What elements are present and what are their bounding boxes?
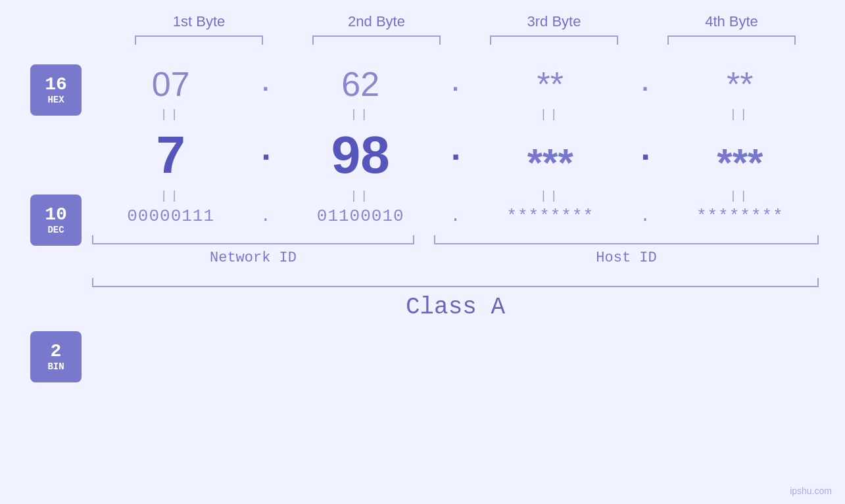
- lbl-spacer: [414, 250, 434, 266]
- dec-b4-value: ***: [717, 140, 763, 185]
- eq-row-2: || || || ||: [92, 189, 819, 202]
- network-id-label: Network ID: [92, 250, 414, 266]
- eq2-b3: ||: [478, 189, 623, 202]
- hex-value-row: 07 . 62 . ** . **: [92, 64, 819, 104]
- eq2-sp1: [256, 189, 276, 202]
- bracket-b1: [135, 35, 263, 45]
- hex-b4-value: **: [727, 64, 753, 104]
- hex-b1-value: 07: [152, 64, 190, 104]
- bin-b1-value: 00000111: [127, 206, 214, 226]
- hex-label-box: 16 HEX: [30, 64, 82, 116]
- bottom-brackets-row: [92, 235, 819, 244]
- byte1-header: 1st Byte: [127, 13, 272, 30]
- hex-b3-cell: **: [478, 64, 623, 104]
- hex-dot3: .: [635, 71, 655, 98]
- byte4-header: 4th Byte: [660, 13, 804, 30]
- dec-b3-value: ***: [527, 140, 573, 185]
- dec-dot3: ·: [635, 139, 655, 185]
- bracket-b4: [667, 35, 796, 45]
- hex-dot2: .: [445, 71, 465, 98]
- dec-value-row: 7 · 98 · *** · ***: [92, 125, 819, 185]
- eq1-b2: ||: [288, 108, 433, 121]
- bin-value-row: 00000111 . 01100010 . ******** . *******…: [92, 206, 819, 226]
- eq2-sp3: [635, 189, 655, 202]
- byte-headers: 1st Byte 2nd Byte 3rd Byte 4th Byte: [110, 13, 821, 30]
- top-brackets: [110, 35, 821, 45]
- hex-b1-cell: 07: [99, 64, 243, 104]
- eq2-b4: ||: [667, 189, 812, 202]
- dec-b2-cell: 98: [288, 125, 433, 185]
- bin-b1-cell: 00000111: [99, 206, 243, 226]
- dec-num: 10: [45, 205, 67, 225]
- eq1-b3: ||: [478, 108, 623, 121]
- hex-b3-value: **: [537, 64, 564, 104]
- class-section: Class A: [92, 278, 819, 321]
- bracket-b3: [490, 35, 618, 45]
- class-bracket: [92, 278, 819, 287]
- bottom-bracket-section: Network ID Host ID: [92, 235, 819, 266]
- eq1-b1: ||: [99, 108, 243, 121]
- bin-base: BIN: [47, 361, 64, 372]
- watermark: ipshu.com: [790, 486, 832, 496]
- bin-dot2: .: [445, 206, 465, 226]
- bin-b2-cell: 01100010: [288, 206, 433, 226]
- bin-dot3: .: [635, 206, 655, 226]
- host-bracket: [434, 235, 819, 244]
- hex-b2-value: 62: [341, 64, 379, 104]
- bin-b3-cell: ********: [478, 206, 623, 226]
- eq-row-1: || || || ||: [92, 108, 819, 121]
- eq1-sp2: [445, 108, 465, 121]
- eq2-b2: ||: [288, 189, 433, 202]
- bin-b4-value: ********: [696, 206, 784, 226]
- eq1-b4: ||: [667, 108, 812, 121]
- bin-dot1: .: [256, 206, 276, 226]
- bin-b2-value: 01100010: [317, 206, 404, 226]
- eq1-sp1: [256, 108, 276, 121]
- dec-b3-cell: ***: [478, 140, 623, 185]
- main-container: 1st Byte 2nd Byte 3rd Byte 4th Byte 16 H…: [0, 0, 845, 504]
- eq2-sp2: [445, 189, 465, 202]
- bracket-b2: [312, 35, 441, 45]
- bottom-labels-row: Network ID Host ID: [92, 250, 819, 266]
- network-bracket: [92, 235, 414, 244]
- dec-b4-cell: ***: [667, 140, 812, 185]
- dec-dot2: ·: [445, 139, 465, 185]
- data-section: 07 . 62 . ** . ** || ||: [92, 64, 845, 321]
- labels-column: 16 HEX 10 DEC 2 BIN: [0, 64, 92, 382]
- dec-b2-value: 98: [331, 125, 390, 185]
- bin-label-box: 2 BIN: [30, 331, 82, 382]
- hex-b4-cell: **: [667, 64, 812, 104]
- hex-dot1: .: [256, 71, 276, 98]
- host-id-label: Host ID: [434, 250, 819, 266]
- byte3-header: 3rd Byte: [482, 13, 627, 30]
- dec-label-box: 10 DEC: [30, 195, 82, 246]
- eq2-b1: ||: [99, 189, 243, 202]
- bin-b4-cell: ********: [667, 206, 812, 226]
- hex-num: 16: [45, 75, 67, 95]
- dec-b1-cell: 7: [99, 125, 243, 185]
- dec-b1-value: 7: [156, 125, 185, 185]
- hex-base: HEX: [47, 95, 64, 105]
- bin-b3-value: ********: [506, 206, 594, 226]
- hex-b2-cell: 62: [288, 64, 433, 104]
- bin-num: 2: [51, 342, 62, 362]
- eq1-sp3: [635, 108, 655, 121]
- dec-base: DEC: [47, 225, 64, 235]
- byte2-header: 2nd Byte: [304, 13, 449, 30]
- dec-dot1: ·: [256, 139, 276, 185]
- class-label: Class A: [92, 294, 819, 321]
